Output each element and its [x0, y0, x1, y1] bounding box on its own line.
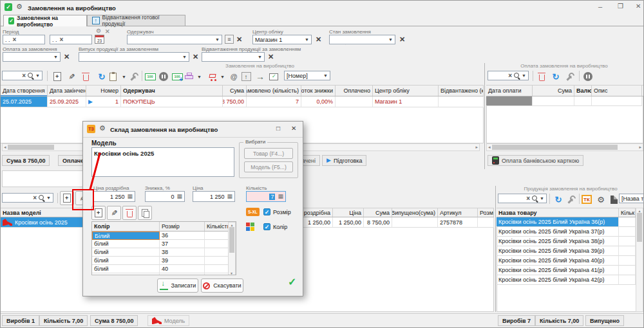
products-search-clear-icon[interactable]: × — [526, 196, 530, 202]
gear-icon[interactable] — [16, 3, 23, 10]
scroll-thumb[interactable] — [637, 213, 642, 242]
dialog-close-button[interactable]: ✕ — [291, 125, 296, 132]
product-name-cell[interactable]: Кросівки осінь 2025 білий Україна 42(р) — [497, 275, 619, 285]
payment-currency-cell[interactable] — [574, 96, 592, 106]
clipboard-button[interactable]: ▼ — [109, 70, 126, 83]
select-model-button[interactable]: Модель (F5...) — [244, 161, 293, 172]
product-qty-cell[interactable] — [619, 266, 636, 275]
monitor-button[interactable] — [267, 70, 280, 83]
order-sum-cell[interactable]: 8 750,00 — [223, 96, 247, 107]
payment-filter-combo[interactable]: ▼ — [3, 52, 61, 62]
size-size-cell[interactable]: 36 — [160, 232, 205, 240]
state-clear-icon[interactable]: ✕ — [399, 36, 405, 43]
col-color[interactable]: Колір — [92, 222, 160, 231]
scroll-left-icon[interactable]: ◂ — [487, 145, 492, 150]
new-order-button[interactable] — [51, 70, 64, 83]
product-name-cell[interactable]: Кросівки осінь 2025 білий Україна 41(р) — [497, 266, 619, 275]
size-row[interactable]: Білий 36 1 — [92, 232, 236, 240]
col-pay-date[interactable]: Дата оплати — [486, 86, 533, 96]
products-settings-button[interactable] — [565, 193, 578, 206]
calendar-icon[interactable]: 23 — [95, 35, 104, 44]
price-field[interactable]: 1 250 — [193, 191, 235, 202]
product-qty-cell[interactable] — [619, 237, 636, 246]
product-qty-cell[interactable] — [619, 227, 636, 237]
size-size-cell[interactable]: 38 — [160, 248, 205, 257]
upload-button[interactable] — [240, 70, 252, 83]
payments-pause-button[interactable] — [582, 70, 594, 83]
product-qty-cell[interactable] — [619, 217, 636, 227]
size-size-cell[interactable]: 39 — [160, 257, 205, 265]
product-row[interactable]: Кросівки осінь 2025 білий Україна 39(р) — [497, 246, 636, 256]
vertical-splitter[interactable] — [484, 63, 485, 169]
col-model-size[interactable]: Розмір — [478, 208, 494, 217]
col-created[interactable]: Дата створення — [1, 86, 48, 96]
pause-button[interactable] — [157, 70, 170, 83]
orders-search-clear-icon[interactable]: × — [22, 73, 26, 79]
model-textarea[interactable]: Кросівки осінь 2025 — [91, 147, 234, 177]
add-payment-button[interactable]: 100+ — [171, 70, 184, 83]
state-combo[interactable]: ▼ — [329, 35, 395, 44]
order-number-cell[interactable]: 1 — [86, 96, 121, 107]
models-search-input[interactable]: × ▼ — [2, 193, 53, 203]
release-filter-clear-icon[interactable]: ✕ — [193, 53, 198, 60]
model-released-cell[interactable] — [392, 217, 438, 228]
date-from-clear-icon[interactable]: × — [13, 37, 17, 43]
col-pay-desc[interactable]: Опис — [592, 86, 642, 96]
release-filter-combo[interactable]: ▼ — [79, 52, 189, 62]
size-color-cell[interactable]: білий — [92, 265, 160, 273]
size-row[interactable]: білий 40 1 — [92, 265, 236, 273]
size-size-cell[interactable]: 40 — [160, 265, 205, 273]
product-row[interactable]: Кросівки осінь 2025 білий Україна 41(р) — [497, 266, 636, 275]
copy-size-row-button[interactable] — [138, 206, 152, 220]
product-name-cell[interactable]: Кросівки осінь 2025 білий Україна 39(р) — [497, 246, 619, 256]
product-row[interactable]: Кросівки осінь 2025 білий Україна 42(р) — [497, 275, 636, 285]
dialog-gear-icon[interactable] — [99, 125, 106, 132]
model-price-cell[interactable]: 1 250,00 — [333, 217, 364, 228]
size-color-cell[interactable]: білий — [92, 240, 160, 248]
scroll-right-icon[interactable]: ▸ — [638, 145, 643, 150]
receiver-list-icon[interactable] — [225, 35, 234, 44]
close-button[interactable]: ✕ — [636, 3, 641, 10]
size-color-cell[interactable]: білий — [92, 273, 160, 275]
col-product-name[interactable]: Назва товару — [497, 208, 619, 217]
size-color-cell[interactable]: Білий — [92, 232, 160, 240]
money-button[interactable]: 100 — [144, 70, 156, 83]
edit-order-button[interactable] — [65, 70, 78, 83]
settings-button[interactable] — [128, 70, 140, 83]
scroll-thumb[interactable] — [229, 227, 234, 253]
cancel-button[interactable]: Скасувати — [201, 278, 243, 293]
email-button[interactable] — [227, 70, 240, 83]
payments-settings-button[interactable] — [564, 70, 576, 83]
refresh-payments-button[interactable] — [549, 70, 562, 83]
model-article-cell[interactable]: 2757878 — [438, 217, 478, 228]
products-vscrollbar[interactable]: ▴ — [636, 208, 643, 312]
order-finished-cell[interactable]: 25.09.2025 — [48, 96, 86, 107]
products-search-input[interactable]: × ▼ — [498, 194, 547, 203]
scroll-up-icon[interactable]: ▴ — [229, 223, 235, 227]
calculator-icon[interactable] — [127, 194, 133, 199]
col-paid[interactable]: Оплачено — [336, 86, 373, 96]
col-shipped[interactable]: Відвантажено (кількіст — [439, 86, 484, 96]
product-row[interactable]: Кросівки осінь 2025 Білий Україна 36(р) — [497, 217, 636, 227]
scroll-up-icon[interactable]: ▴ — [636, 208, 643, 213]
refresh-products-button[interactable] — [552, 193, 565, 206]
size-row[interactable]: білий 38 1 — [92, 248, 236, 257]
payment-filter-clear-icon[interactable]: ✕ — [64, 53, 70, 60]
calculator-icon[interactable] — [278, 194, 283, 199]
payments-search-icon[interactable] — [514, 73, 520, 79]
process-button[interactable] — [594, 193, 607, 206]
order-shipped-cell[interactable] — [439, 96, 484, 107]
refresh-orders-button[interactable] — [95, 70, 108, 83]
col-pay-sum[interactable]: Сума — [533, 86, 574, 96]
delete-payment-button[interactable] — [535, 70, 548, 83]
payment-desc-cell[interactable] — [592, 96, 642, 106]
dialog-maximize-button[interactable]: □ — [276, 125, 280, 132]
product-row[interactable]: Кросівки осінь 2025 білий Україна 37(р) — [497, 227, 636, 237]
dark-document-button[interactable] — [607, 193, 620, 206]
payment-sum-cell[interactable] — [533, 96, 574, 106]
col-model-released[interactable]: Випущено(сума) — [392, 208, 438, 217]
period-date-to[interactable]: . . × — [50, 35, 92, 44]
calculator-icon[interactable] — [176, 194, 182, 199]
order-paid-cell[interactable] — [336, 96, 373, 107]
select-product-button[interactable]: Товар (F4...) — [244, 148, 293, 159]
